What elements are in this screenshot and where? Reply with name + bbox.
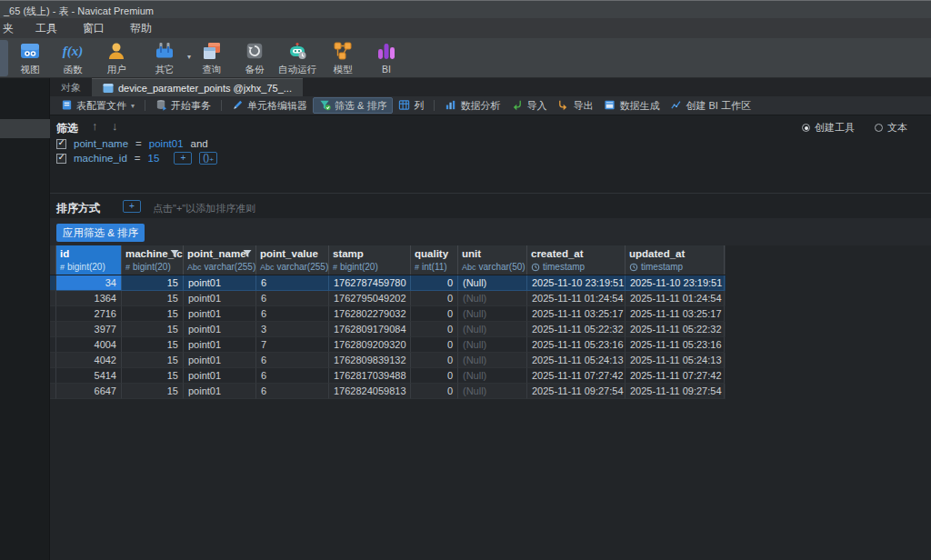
condition-checkbox[interactable] [56, 139, 66, 149]
menu-item-window[interactable]: 窗口 [77, 21, 110, 36]
cell-updated_at[interactable]: 2025-11-10 23:19:51 [626, 275, 725, 291]
cell-point_name[interactable]: point01 [184, 337, 256, 353]
table-row[interactable]: 404215point01617628098391320(Null)2025-1… [50, 353, 726, 368]
table-row[interactable]: 136415point01617627950492020(Null)2025-1… [50, 291, 726, 306]
cell-unit[interactable]: (Null) [458, 275, 527, 291]
cell-stamp[interactable]: 1762809209320 [329, 337, 411, 353]
cell-id[interactable]: 34 [56, 275, 122, 291]
table-row[interactable]: 541415point01617628170394880(Null)2025-1… [50, 368, 726, 384]
data-analysis-button[interactable]: 数据分析 [439, 97, 506, 114]
columns-button[interactable]: 列 [393, 97, 429, 114]
condition-checkbox[interactable] [56, 154, 66, 164]
cell-machine_ic[interactable]: 15 [122, 337, 184, 353]
cell-updated_at[interactable]: 2025-11-11 09:27:54 [626, 384, 725, 399]
cell-point_name[interactable]: point01 [184, 291, 256, 306]
cell-updated_at[interactable]: 2025-11-11 03:25:17 [626, 306, 725, 322]
cell-point_name[interactable]: point01 [184, 384, 256, 399]
column-header-machine_ic[interactable]: machine_ic#bigint(20) [122, 245, 184, 275]
cell-updated_at[interactable]: 2025-11-11 05:22:32 [626, 322, 725, 337]
cell-quality[interactable]: 0 [411, 337, 458, 353]
cell-point_value[interactable]: 6 [256, 353, 329, 368]
condition-conjunction[interactable]: and [191, 138, 208, 149]
cell-unit[interactable]: (Null) [458, 368, 527, 384]
cell-point_value[interactable]: 6 [256, 368, 329, 384]
cell-stamp[interactable]: 1762809839132 [329, 353, 411, 368]
cell-unit[interactable]: (Null) [458, 306, 527, 322]
condition-operator[interactable]: = [135, 138, 142, 149]
cell-stamp[interactable]: 1762795049202 [329, 291, 411, 306]
cell-id[interactable]: 3977 [56, 322, 122, 337]
cell-machine_ic[interactable]: 15 [122, 368, 184, 384]
cell-quality[interactable]: 0 [411, 322, 458, 337]
table-row[interactable]: 397715point01317628091790840(Null)2025-1… [50, 322, 726, 337]
radio-text[interactable]: 文本 [875, 121, 907, 135]
cell-stamp[interactable]: 1762809179084 [329, 322, 411, 337]
column-header-unit[interactable]: unitAbcvarchar(50) [458, 245, 527, 275]
condition-value[interactable]: point01 [149, 138, 184, 149]
cell-machine_ic[interactable]: 15 [122, 384, 184, 399]
column-header-quality[interactable]: quality#int(11) [411, 245, 458, 275]
cell-machine_ic[interactable]: 15 [122, 322, 184, 337]
cell-point_value[interactable]: 6 [256, 291, 329, 306]
table-row[interactable]: 400415point01717628092093200(Null)2025-1… [50, 337, 726, 353]
backup-button[interactable]: 备份 [234, 40, 275, 77]
model-button[interactable]: 模型 [322, 40, 364, 77]
cell-created_at[interactable]: 2025-11-11 05:22:32 [527, 322, 626, 337]
cell-quality[interactable]: 0 [411, 275, 458, 291]
cell-id[interactable]: 5414 [56, 368, 122, 384]
cell-editor-button[interactable]: 单元格编辑器 [226, 97, 313, 114]
column-header-point_name[interactable]: point_nameAbcvarchar(255) [184, 245, 256, 275]
menu-item-favorites[interactable]: 夹 [0, 21, 19, 36]
cell-id[interactable]: 1364 [56, 291, 122, 306]
cell-machine_ic[interactable]: 15 [122, 306, 184, 322]
cell-quality[interactable]: 0 [411, 353, 458, 368]
cell-created_at[interactable]: 2025-11-10 23:19:51 [527, 275, 626, 291]
add-group-button[interactable]: ()₊ [199, 152, 217, 165]
cell-created_at[interactable]: 2025-11-11 05:24:13 [527, 353, 626, 368]
menu-item-tools[interactable]: 工具 [30, 21, 63, 36]
condition-value[interactable]: 15 [148, 153, 160, 164]
cell-stamp[interactable]: 1762802279032 [329, 306, 411, 322]
cell-id[interactable]: 4004 [56, 337, 122, 353]
query-button[interactable]: 查询 [191, 40, 233, 77]
cell-unit[interactable]: (Null) [458, 353, 527, 368]
data-generation-button[interactable]: 数据生成 [598, 97, 665, 114]
filter-sort-button[interactable]: 筛选 & 排序 [313, 97, 393, 114]
condition-field[interactable]: machine_id [74, 153, 127, 164]
cell-point_name[interactable]: point01 [184, 322, 256, 337]
table-profile-button[interactable]: 表配置文件 ▾ [55, 97, 140, 114]
cell-quality[interactable]: 0 [411, 291, 458, 306]
column-header-stamp[interactable]: stamp#bigint(20) [329, 245, 411, 275]
begin-transaction-button[interactable]: 开始事务 [150, 97, 216, 114]
column-header-point_value[interactable]: point_valueAbcvarchar(255) [256, 245, 329, 275]
cell-point_value[interactable]: 6 [256, 384, 329, 399]
cell-unit[interactable]: (Null) [458, 322, 527, 337]
table-row[interactable]: 3415point01617627874597800(Null)2025-11-… [50, 275, 726, 291]
automation-button[interactable]: 自动运行 [276, 40, 318, 77]
cell-updated_at[interactable]: 2025-11-11 05:23:16 [626, 337, 725, 353]
cell-created_at[interactable]: 2025-11-11 09:27:54 [527, 384, 626, 399]
apply-filter-sort-button[interactable]: 应用筛选 & 排序 [56, 224, 145, 242]
cell-unit[interactable]: (Null) [458, 291, 527, 306]
move-down-icon[interactable]: ↓ [112, 119, 118, 133]
cell-point_name[interactable]: point01 [184, 275, 256, 291]
function-button[interactable]: f(x) 函数 [52, 40, 94, 77]
view-button[interactable]: 视图 [9, 40, 51, 77]
filter-funnel-icon[interactable] [170, 249, 179, 258]
table-row[interactable]: 664715point01617628240598130(Null)2025-1… [50, 384, 726, 399]
cell-stamp[interactable]: 1762817039488 [329, 368, 411, 384]
create-bi-workspace-button[interactable]: 创建 BI 工作区 [665, 97, 756, 114]
radio-builder[interactable]: 创建工具 [802, 121, 855, 135]
user-button[interactable]: 用户 [95, 40, 137, 77]
cell-id[interactable]: 4042 [56, 353, 122, 368]
cell-point_name[interactable]: point01 [184, 306, 256, 322]
tab-table[interactable]: device_parameter_points @jxhx_75_... [92, 78, 303, 96]
menu-item-help[interactable]: 帮助 [125, 21, 157, 36]
cell-created_at[interactable]: 2025-11-11 03:25:17 [527, 306, 626, 322]
cell-point_value[interactable]: 6 [256, 306, 329, 322]
export-button[interactable]: 导出 [552, 97, 598, 114]
cell-created_at[interactable]: 2025-11-11 05:23:16 [527, 337, 626, 353]
add-sort-button[interactable]: + [123, 200, 141, 213]
column-header-updated_at[interactable]: updated_attimestamp [626, 245, 725, 275]
cell-machine_ic[interactable]: 15 [122, 275, 184, 291]
